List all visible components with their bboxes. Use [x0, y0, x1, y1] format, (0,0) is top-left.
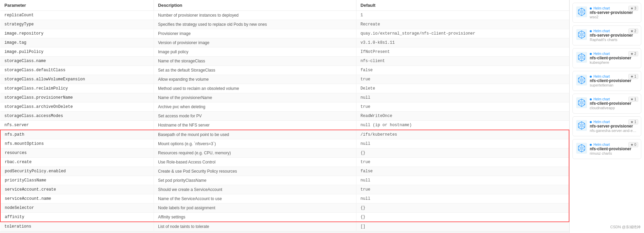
helm-dot-icon — [590, 76, 592, 78]
helm-name: nfs-client-provisioner — [590, 56, 638, 60]
table-row: replicaCountNumber of provisioner instan… — [0, 11, 569, 20]
helm-card[interactable]: Helm chartnfs-client-provisionerrimusz c… — [572, 139, 641, 159]
param-default: null — [356, 93, 569, 102]
helm-card[interactable]: Helm chartnfs-server-provisionerwso2★ 3 — [572, 3, 641, 23]
param-name: strategyType — [0, 20, 154, 29]
helm-card[interactable]: Helm chartnfs-client-provisionercloudnat… — [572, 94, 641, 114]
param-name: storageClass.archiveOnDelete — [0, 102, 154, 112]
param-description: Allow expanding the volume — [154, 75, 356, 84]
helm-card[interactable]: Helm chartnfs-server-provisionernfs-gane… — [572, 116, 641, 136]
col-parameter: Parameter — [0, 0, 154, 11]
table-row: storageClass.accessModesSet access mode … — [0, 112, 569, 121]
helm-card[interactable]: Helm chartnfs-server-provisionerRaphaël'… — [572, 25, 641, 45]
helm-badge: ★ 0 — [628, 142, 638, 147]
helm-card[interactable]: Helm chartnfs-client-provisionersupertet… — [572, 71, 641, 91]
param-default: true — [356, 102, 569, 112]
param-description: Set pod priorityClassName — [154, 176, 356, 185]
params-table: Parameter Description Default replicaCou… — [0, 0, 569, 231]
helm-icon — [576, 52, 587, 63]
helm-card[interactable]: Helm chartnfs-client-provisionerkubesphe… — [572, 48, 641, 68]
helm-dot-icon — [590, 98, 592, 100]
param-name: serviceAccount.name — [0, 194, 154, 203]
helm-author: rimusz charts — [590, 151, 638, 155]
helm-dot-icon — [590, 7, 592, 9]
param-default: {} — [356, 213, 569, 222]
param-default: Delete — [356, 84, 569, 93]
table-row: storageClass.defaultClassSet as the defa… — [0, 66, 569, 75]
helm-author: cloudnativeapp — [590, 106, 638, 110]
param-default: false — [356, 167, 569, 176]
param-description: List of node taints to tolerate — [154, 222, 356, 231]
param-name: nfs.mountOptions — [0, 139, 154, 149]
table-row: storageClass.allowVolumeExpansionAllow e… — [0, 75, 569, 84]
helm-author: nfs-ganesha-server-and-external-provi... — [590, 129, 638, 133]
col-default: Default — [356, 0, 569, 11]
param-description: Resources required (e.g. CPU, memory) — [154, 149, 356, 158]
param-name: storageClass.defaultClass — [0, 66, 154, 75]
helm-badge: ★ 3 — [628, 6, 638, 11]
param-description: Method used to reclaim an obsoleted volu… — [154, 84, 356, 93]
param-name: serviceAccount.create — [0, 185, 154, 194]
param-name: storageClass.allowVolumeExpansion — [0, 75, 154, 84]
param-name: priorityClassName — [0, 176, 154, 185]
param-default: null — [356, 194, 569, 203]
param-description: Create & use Pod Security Policy resourc… — [154, 167, 356, 176]
helm-dot-icon — [590, 30, 592, 32]
helm-author: Raphaël's charts — [590, 38, 638, 42]
helm-name: nfs-client-provisioner — [590, 78, 638, 83]
param-default: v3.1.0-k8s1.11 — [356, 38, 569, 47]
table-row: storageClass.archiveOnDeleteArchive pvc … — [0, 102, 569, 112]
param-name: storageClass.provisionerName — [0, 93, 154, 102]
table-row: storageClass.reclaimPolicyMethod used to… — [0, 84, 569, 93]
helm-name: nfs-server-provisioner — [590, 124, 638, 129]
param-default: true — [356, 158, 569, 167]
helm-badge: ★ 2 — [628, 28, 638, 34]
table-row: nodeSelectorNode labels for pod assignme… — [0, 203, 569, 213]
table-row: nfs.pathBasepath of the mount point to b… — [0, 130, 569, 139]
param-default: ReadWriteOnce — [356, 112, 569, 121]
table-row: affinityAffinity settings{} — [0, 213, 569, 222]
table-row: image.repositoryProvisioner imagequay.io… — [0, 29, 569, 38]
col-description: Description — [154, 0, 356, 11]
helm-icon — [576, 6, 587, 17]
param-description: Number of provisioner instances to deplo… — [154, 11, 356, 20]
param-default: true — [356, 75, 569, 84]
param-name: affinity — [0, 213, 154, 222]
param-name: resources — [0, 149, 154, 158]
param-description: Affinity settings — [154, 213, 356, 222]
helm-name: nfs-client-provisioner — [590, 101, 638, 106]
helm-author: supertetleman — [590, 83, 638, 87]
table-row: storageClass.provisionerNameName of the … — [0, 93, 569, 102]
table-header-row: Parameter Description Default — [0, 0, 569, 11]
table-row: image.pullPolicyImage pull policyIfNotPr… — [0, 47, 569, 57]
param-description: Archive pvc when deleting — [154, 102, 356, 112]
param-description: Hostname of the NFS server — [154, 121, 356, 130]
param-default: null — [356, 139, 569, 149]
param-name: storageClass.reclaimPolicy — [0, 84, 154, 93]
param-description: Version of provisioner image — [154, 38, 356, 47]
param-default: 1 — [356, 11, 569, 20]
param-default: null (ip or hostname) — [356, 121, 569, 130]
sidebar: Helm chartnfs-server-provisionerwso2★ 3 … — [569, 0, 644, 233]
table-row: resourcesResources required (e.g. CPU, m… — [0, 149, 569, 158]
param-name: nfs.path — [0, 130, 154, 139]
helm-dot-icon — [590, 144, 592, 146]
param-default: [] — [356, 222, 569, 231]
param-name: image.pullPolicy — [0, 47, 154, 57]
param-description: Set access mode for PV — [154, 112, 356, 121]
helm-icon — [576, 29, 587, 40]
table-row: rbac.createUse Role-based Access Control… — [0, 158, 569, 167]
helm-name: nfs-server-provisioner — [590, 33, 638, 38]
main-content: Parameter Description Default replicaCou… — [0, 0, 569, 233]
param-default: Recreate — [356, 20, 569, 29]
param-name: replicaCount — [0, 11, 154, 20]
param-name: nfs.server — [0, 121, 154, 130]
helm-badge: ★ 1 — [628, 119, 638, 124]
param-default: null — [356, 176, 569, 185]
param-name: image.repository — [0, 29, 154, 38]
helm-name: nfs-client-provisioner — [590, 147, 638, 151]
param-description: Name of the provisionerName — [154, 93, 356, 102]
param-description: Provisioner image — [154, 29, 356, 38]
param-name: image.tag — [0, 38, 154, 47]
helm-badge: ★ 2 — [628, 51, 638, 56]
